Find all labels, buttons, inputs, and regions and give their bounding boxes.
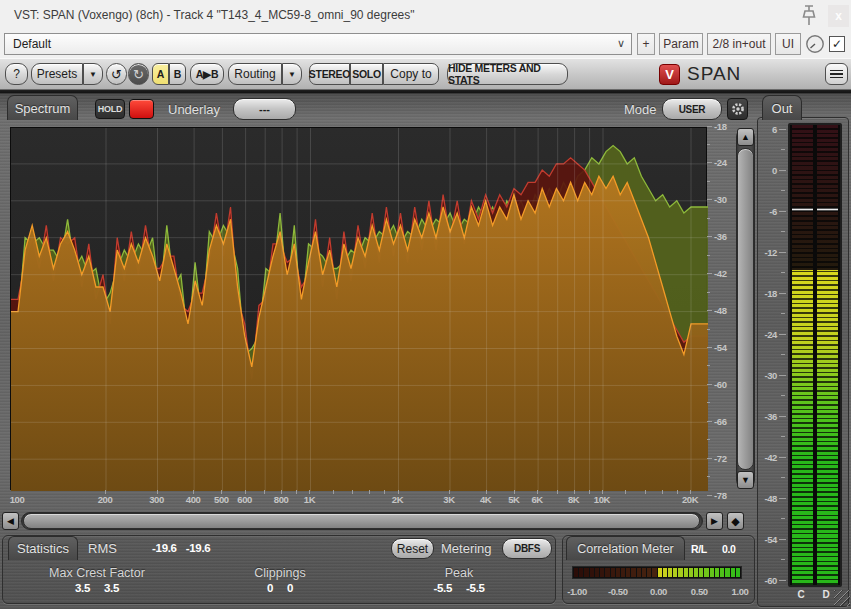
redo-icon[interactable]: ↻ [128,63,149,85]
freq-axis-label: 400 [186,494,201,505]
out-scale-tick [781,231,785,232]
preset-combobox[interactable]: Default ∨ [4,33,632,55]
stat-value: 0 [287,582,293,594]
rms-label: RMS [88,541,117,556]
stat-value: 0 [267,582,273,594]
spectrum-color-swatch[interactable] [129,99,154,119]
metering-mode-button[interactable]: DBFS [502,538,552,559]
copy-to-button[interactable]: Copy to [383,63,439,85]
correlation-pair-button[interactable]: R/L [691,543,707,555]
chevron-down-icon: ∨ [617,37,625,50]
a-to-b-copy-button[interactable]: A▶B [190,63,224,85]
db-tick [707,347,712,348]
out-scale-label: -42 [759,452,777,463]
solo-button[interactable]: SOLO [350,63,383,85]
corr-scale-label: -1.00 [567,586,587,597]
stat-value: -5.5 [466,582,485,594]
freq-tick [690,490,691,494]
corr-led-segment [704,568,708,577]
correlation-value: 0.0 [722,543,735,555]
host-controls-row: Default ∨ + Param 2/8 in+out UI ✓ [0,30,851,58]
out-scale-tick [779,252,786,253]
scroll-right-icon[interactable]: ▶ [706,512,723,530]
ab-compare-b-button[interactable]: B [169,63,186,85]
corr-led-segment [595,568,599,577]
gear-icon[interactable] [727,98,748,120]
corr-led-segment [715,568,719,577]
add-preset-button[interactable]: + [637,33,655,55]
db-axis-label: -36 [714,231,727,242]
param-button[interactable]: Param [659,33,703,55]
hide-meters-button[interactable]: HIDE METERS AND STATS [447,63,568,85]
freq-axis-label: 800 [274,494,289,505]
db-tick [707,476,710,477]
stereo-routing-button[interactable]: STEREO [309,63,350,85]
pin-icon[interactable] [799,4,819,27]
freq-axis-label: 600 [237,494,252,505]
db-axis-label: -78 [714,490,727,501]
scroll-down-icon[interactable]: ▼ [737,471,754,489]
out-scale-tick [781,149,785,150]
v-scrollbar-thumb[interactable] [737,148,754,470]
tab-correlation-meter[interactable]: Correlation Meter [566,536,685,560]
freq-axis-label: 100 [10,494,25,505]
presets-button[interactable]: Presets [31,63,83,85]
hold-button[interactable]: HOLD [95,99,125,119]
stat-value: -5.5 [433,582,452,594]
undo-icon[interactable]: ↺ [106,63,127,85]
corr-led-segment [579,568,583,577]
corr-led-segment [600,568,604,577]
menu-icon[interactable] [825,63,848,85]
freq-tick [193,490,194,494]
voxengo-brand[interactable]: V SPAN [659,63,741,85]
freq-tick [352,490,353,494]
io-routing-button[interactable]: 2/8 in+out [707,33,771,55]
bypass-checkbox[interactable]: ✓ [829,36,845,52]
presets-dropdown-icon[interactable]: ▼ [83,63,103,85]
resize-grip[interactable] [834,590,850,606]
out-scale-tick [781,190,785,191]
scroll-left-icon[interactable]: ◀ [2,512,19,530]
scroll-up-icon[interactable]: ▲ [737,128,754,146]
out-scale-label: -30 [759,370,777,381]
underlay-select-button[interactable]: --- [233,98,296,120]
mode-select-button[interactable]: USER [662,98,722,120]
help-button[interactable]: ? [5,63,28,85]
freq-tick [557,490,558,494]
ab-compare-a-button[interactable]: A [152,63,169,85]
db-axis-label: -60 [714,379,727,390]
corr-led-segment [616,568,620,577]
routing-dropdown-icon[interactable]: ▼ [282,63,302,85]
wet-dry-knob-icon[interactable] [805,34,825,54]
corr-led-segment [720,568,724,577]
db-tick [707,458,712,459]
reset-button[interactable]: Reset [391,538,434,559]
db-tick [707,365,710,366]
db-tick [707,495,712,496]
tab-out[interactable]: Out [762,95,802,120]
out-scale-tick [781,395,785,396]
freq-axis-label: 6K [531,494,542,505]
tab-statistics[interactable]: Statistics [8,536,78,560]
tab-spectrum[interactable]: Spectrum [7,95,78,120]
h-scrollbar-thumb[interactable] [23,513,700,529]
corr-led-segment [710,568,714,577]
out-scale-tick [779,170,786,171]
db-tick [707,402,710,403]
close-icon[interactable]: x [828,5,849,27]
freq-tick [369,490,370,494]
ui-button[interactable]: UI [775,33,801,55]
zoom-reset-icon[interactable]: ◆ [727,512,744,530]
out-scale-tick [781,436,785,437]
db-tick [707,162,712,163]
meter-led-stripes [817,125,838,585]
corr-led-segment [574,568,578,577]
stat-group-label: Peak [445,566,474,580]
out-scale-label: -18 [759,288,777,299]
out-scale-label: -24 [759,329,777,340]
stat-group-label: Clippings [254,566,305,580]
routing-button[interactable]: Routing [228,63,282,85]
freq-tick [333,490,334,494]
spectrum-plot[interactable] [10,127,707,490]
voxengo-logo-icon: V [659,64,680,85]
